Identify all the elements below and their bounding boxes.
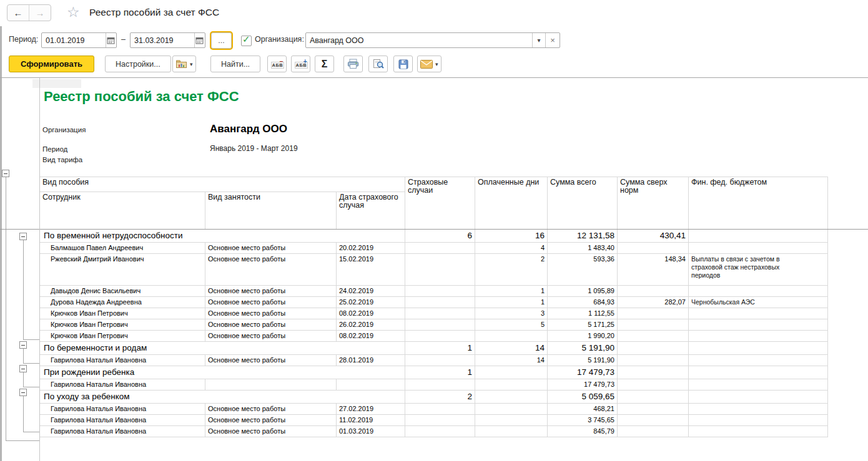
find-button[interactable]: Найти... (210, 56, 260, 72)
budget-cell[interactable] (689, 319, 828, 331)
save-button[interactable] (393, 56, 413, 72)
date-cell[interactable]: 27.02.2019 (337, 404, 405, 415)
detail-row[interactable]: Крючков Иван ПетровичОсновное место рабо… (40, 319, 828, 331)
days-cell[interactable] (475, 415, 548, 426)
group-days-cell[interactable]: 16 (475, 230, 548, 243)
budget-cell[interactable] (689, 404, 828, 415)
cases-cell[interactable] (405, 426, 475, 437)
date-cell[interactable]: 28.01.2019 (337, 355, 405, 366)
group-expander[interactable] (20, 233, 27, 240)
detail-row[interactable]: Давыдов Денис ВасильевичОсновное место р… (40, 286, 828, 297)
cases-cell[interactable] (405, 404, 475, 415)
cases-cell[interactable] (405, 286, 475, 297)
days-cell[interactable]: 1 (475, 297, 548, 308)
days-cell[interactable]: 14 (475, 355, 548, 366)
group-excess-cell[interactable]: 430,41 (618, 230, 689, 243)
group-name-cell[interactable]: По беременности и родам (40, 342, 405, 355)
excess-cell[interactable] (618, 331, 689, 342)
group-total-cell[interactable]: 5 191,90 (548, 342, 618, 355)
employment-cell[interactable]: Основное место работы (205, 308, 337, 319)
group-days-cell[interactable] (475, 366, 548, 379)
group-cases-cell[interactable]: 6 (405, 230, 475, 243)
total-cell[interactable]: 684,93 (548, 297, 618, 308)
detail-row[interactable]: Ржевский Дмитрий ИвановичОсновное место … (40, 254, 828, 286)
budget-cell[interactable]: Чернобыльская АЭС (689, 297, 828, 308)
group-cases-cell[interactable]: 2 (405, 391, 475, 404)
date-cell[interactable]: 11.02.2019 (337, 415, 405, 426)
date-cell[interactable]: 08.02.2019 (337, 308, 405, 319)
date-cell[interactable]: 15.02.2019 (337, 254, 405, 286)
period-from-input[interactable] (42, 33, 106, 47)
days-cell[interactable]: 4 (475, 243, 548, 254)
total-cell[interactable]: 17 479,73 (548, 379, 618, 391)
budget-cell[interactable] (689, 331, 828, 342)
group-total-cell[interactable]: 12 131,58 (548, 230, 618, 243)
group-excess-cell[interactable] (618, 391, 689, 404)
detail-row[interactable]: Гаврилова Наталья ИвановнаОсновное место… (40, 355, 828, 366)
group-cases-cell[interactable]: 1 (405, 342, 475, 355)
favorites-star-icon[interactable]: ☆ (67, 3, 80, 21)
generate-report-button[interactable]: Сформировать (9, 56, 94, 72)
group-budget-cell[interactable] (689, 391, 828, 404)
days-cell[interactable]: 3 (475, 308, 548, 319)
cases-cell[interactable] (405, 297, 475, 308)
total-cell[interactable]: 3 745,65 (548, 415, 618, 426)
cases-cell[interactable] (405, 254, 475, 286)
organization-input[interactable] (306, 33, 532, 47)
date-cell[interactable]: 20.02.2019 (337, 243, 405, 254)
excess-cell[interactable]: 282,07 (618, 297, 689, 308)
forward-button[interactable]: → (29, 5, 51, 21)
days-cell[interactable]: 5 (475, 319, 548, 331)
days-cell[interactable] (475, 404, 548, 415)
group-expander[interactable] (20, 389, 27, 396)
period-from-calendar-button[interactable] (106, 33, 116, 47)
total-cell[interactable]: 1 095,89 (548, 286, 618, 297)
detail-row[interactable]: Балмашов Павел АндреевичОсновное место р… (40, 243, 828, 254)
group-row[interactable]: По временной нетрудоспособности61612 131… (40, 230, 828, 243)
organization-clear-button[interactable]: × (546, 33, 560, 47)
report-settings-button[interactable]: Настройки... (105, 56, 171, 72)
employee-cell[interactable]: Давыдов Денис Васильевич (40, 286, 205, 297)
total-cell[interactable]: 845,79 (548, 426, 618, 437)
group-days-cell[interactable] (475, 391, 548, 404)
group-excess-cell[interactable] (618, 342, 689, 355)
cases-cell[interactable] (405, 243, 475, 254)
detail-row[interactable]: Крючков Иван ПетровичОсновное место рабо… (40, 308, 828, 319)
excess-cell[interactable] (618, 426, 689, 437)
date-cell[interactable]: 25.02.2019 (337, 297, 405, 308)
budget-cell[interactable] (689, 415, 828, 426)
group-expander[interactable] (20, 342, 27, 349)
days-cell[interactable] (475, 426, 548, 437)
budget-cell[interactable] (689, 355, 828, 366)
date-cell[interactable]: 24.02.2019 (337, 286, 405, 297)
days-cell[interactable]: 2 (475, 254, 548, 286)
employee-cell[interactable]: Гаврилова Наталья Ивановна (40, 426, 205, 437)
detail-row[interactable]: Гаврилова Наталья ИвановнаОсновное место… (40, 426, 828, 437)
employee-cell[interactable]: Крючков Иван Петрович (40, 331, 205, 342)
detail-row[interactable]: Дурова Надежда АндреевнаОсновное место р… (40, 297, 828, 308)
employment-cell[interactable]: Основное место работы (205, 331, 337, 342)
group-row[interactable]: По уходу за ребенком25 059,65 (40, 391, 828, 404)
employment-cell[interactable]: Основное место работы (205, 286, 337, 297)
total-cell[interactable]: 1 990,20 (548, 331, 618, 342)
days-cell[interactable] (475, 379, 548, 391)
group-budget-cell[interactable] (689, 230, 828, 243)
employment-cell[interactable]: Основное место работы (205, 297, 337, 308)
group-row[interactable]: По беременности и родам1145 191,90 (40, 342, 828, 355)
excess-cell[interactable] (618, 379, 689, 391)
employment-cell[interactable]: Основное место работы (205, 426, 337, 437)
employee-cell[interactable]: Дурова Надежда Андреевна (40, 297, 205, 308)
organization-checkbox[interactable]: ✓ (241, 36, 252, 46)
group-cases-cell[interactable]: 1 (405, 366, 475, 379)
employment-cell[interactable]: Основное место работы (205, 254, 337, 286)
detail-row[interactable]: Гаврилова Наталья Ивановна17 479,73 (40, 379, 828, 391)
group-budget-cell[interactable] (689, 366, 828, 379)
total-cell[interactable]: 593,36 (548, 254, 618, 286)
period-more-button[interactable]: ... (211, 32, 232, 49)
employee-cell[interactable]: Гаврилова Наталья Ивановна (40, 415, 205, 426)
date-cell[interactable]: 26.02.2019 (337, 319, 405, 331)
period-to-calendar-button[interactable] (195, 33, 205, 47)
employee-cell[interactable]: Балмашов Павел Андреевич (40, 243, 205, 254)
total-cell[interactable]: 1 112,55 (548, 308, 618, 319)
cases-cell[interactable] (405, 319, 475, 331)
